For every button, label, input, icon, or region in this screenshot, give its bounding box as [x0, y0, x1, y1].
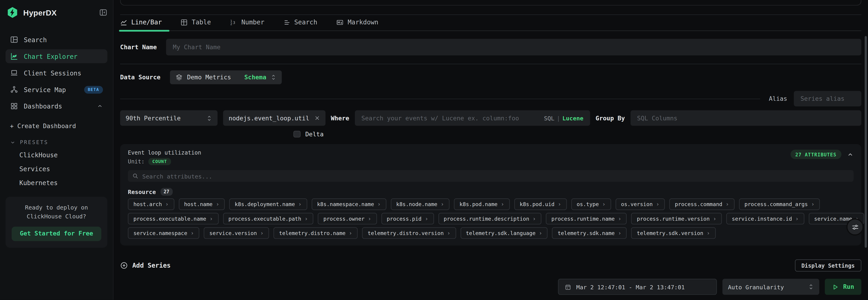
query-language-toggle[interactable]: SQL|Lucene [544, 115, 583, 121]
add-series-label: Add Series [132, 262, 170, 269]
clickhouse-cloud-promo: Ready to deploy on ClickHouse Cloud? Get… [5, 197, 107, 247]
attribute-chip[interactable]: telemetry.sdk.version› [631, 227, 715, 239]
sidebar-item-label: Chart Explorer [24, 52, 78, 60]
chevron-right-icon: › [618, 216, 621, 221]
sidebar-item-label: Service Map [24, 86, 66, 93]
chevron-right-icon: › [304, 216, 308, 221]
markdown-icon [336, 19, 344, 26]
chevron-right-icon: › [726, 201, 729, 207]
collapse-sidebar-icon[interactable] [99, 8, 107, 17]
attribute-chip[interactable]: process.runtime.name› [546, 213, 627, 224]
lucene-option[interactable]: Lucene [562, 115, 583, 121]
tab-line-bar[interactable]: Line/Bar [120, 18, 162, 30]
attribute-chip-label: os.type [577, 201, 599, 207]
attribute-chip[interactable]: os.type› [571, 198, 611, 210]
where-input[interactable] [361, 114, 539, 122]
attribute-chip[interactable]: process.executable.name› [128, 213, 219, 224]
create-dashboard-link[interactable]: + Create Dashboard [5, 122, 107, 130]
chevrons-updown-icon [271, 74, 276, 81]
laptop-icon [10, 69, 18, 77]
unit-label: Unit: [128, 158, 145, 165]
sidebar-item-dashboards[interactable]: Dashboards [5, 99, 107, 113]
attribute-chip[interactable]: process.runtime.version› [631, 213, 722, 224]
chevron-right-icon: › [165, 201, 169, 207]
attribute-chip[interactable]: telemetry.distro.name› [274, 227, 358, 239]
attribute-chip[interactable]: host.arch› [128, 198, 174, 210]
attribute-chip[interactable]: service.instance.id› [726, 213, 804, 224]
chevron-right-icon: › [349, 230, 352, 236]
attribute-chip[interactable]: k8s.node.name› [391, 198, 450, 210]
aggregation-select[interactable]: 90th Percentile [120, 110, 218, 126]
scrollbar-thumb[interactable] [865, 36, 867, 248]
chevron-right-icon: › [558, 201, 561, 207]
calendar-icon [565, 283, 571, 290]
attribute-chip-row: host.arch›host.name›k8s.deployment.name›… [128, 198, 854, 210]
attribute-chip[interactable]: k8s.namespace.name› [311, 198, 386, 210]
chart-type-tabs: Line/Bar Table 123 Number Search [120, 18, 861, 31]
attribute-chip[interactable]: telemetry.sdk.language› [460, 227, 548, 239]
metric-chip[interactable]: nodejs.event_loop.util [223, 110, 326, 126]
attribute-chip-label: process.runtime.description [444, 216, 529, 222]
attribute-chip[interactable]: host.name› [179, 198, 225, 210]
attribute-chip[interactable]: process.command› [669, 198, 734, 210]
add-series-button[interactable]: Add Series [120, 262, 171, 269]
attribute-chip-label: telemetry.distro.name [279, 230, 346, 236]
sidebar: HyperDX Search Chart Explorer [0, 0, 114, 300]
chevron-right-icon: › [210, 216, 213, 221]
preset-kubernetes[interactable]: Kubernetes [5, 179, 107, 187]
run-button[interactable]: Run [825, 279, 861, 295]
display-settings-button[interactable]: Display Settings [795, 260, 861, 272]
attribute-chip[interactable]: telemetry.sdk.name› [552, 227, 627, 239]
presets-header[interactable]: PRESETS [5, 139, 107, 145]
attribute-chip[interactable]: k8s.deployment.name› [229, 198, 307, 210]
granularity-select[interactable]: Auto Granularity [722, 279, 819, 295]
tab-markdown[interactable]: Markdown [336, 18, 378, 30]
chevron-right-icon: › [656, 201, 659, 207]
sidebar-item-search[interactable]: Search [5, 33, 107, 47]
filter-floating-button[interactable] [846, 218, 863, 236]
attribute-chip[interactable]: process.runtime.description› [438, 213, 541, 224]
get-started-button[interactable]: Get Started for Free [11, 226, 101, 241]
attribute-chip[interactable]: k8s.pod.uid› [514, 198, 567, 210]
chevron-right-icon: › [441, 201, 444, 207]
tab-search[interactable]: Search [283, 18, 317, 30]
preset-clickhouse[interactable]: ClickHouse [5, 152, 107, 159]
preset-services[interactable]: Services [5, 165, 107, 173]
sidebar-item-service-map[interactable]: Service Map BETA [5, 83, 107, 97]
alias-row: Alias [120, 91, 861, 106]
attribute-chip[interactable]: k8s.pod.name› [454, 198, 510, 210]
attribute-chip[interactable]: process.owner› [318, 213, 377, 224]
chevron-up-icon[interactable] [847, 151, 854, 158]
close-icon[interactable] [314, 115, 320, 121]
tab-label: Number [241, 18, 265, 26]
attribute-chip[interactable]: service.version› [204, 227, 269, 239]
time-range-value: Mar 2 12:47:01 - Mar 2 13:47:01 [576, 283, 685, 290]
brand-row: HyperDX [5, 7, 107, 18]
toggle-divider: | [554, 115, 562, 121]
chart-name-input[interactable] [173, 44, 855, 51]
attribute-chip[interactable]: service.namespace› [128, 227, 199, 239]
attribute-chip[interactable]: process.pid› [381, 213, 434, 224]
attribute-chip[interactable]: telemetry.distro.version› [362, 227, 456, 239]
attribute-chip-rows: host.arch›host.name›k8s.deployment.name›… [128, 198, 854, 239]
attribute-chip-label: process.command [675, 201, 722, 207]
attribute-chip[interactable]: os.version› [616, 198, 665, 210]
group-by-input[interactable] [637, 114, 855, 122]
chart-name-input-wrap [166, 39, 861, 55]
attribute-chip[interactable]: process.command_args› [739, 198, 820, 210]
data-source-select[interactable]: Demo Metrics Schema [170, 71, 282, 84]
attribute-search-input[interactable] [142, 172, 849, 179]
delta-checkbox[interactable] [293, 131, 300, 137]
chevrons-updown-icon [808, 283, 813, 291]
tab-table[interactable]: Table [181, 18, 211, 30]
attribute-chip-row: process.executable.name›process.executab… [128, 213, 854, 224]
attribute-chip[interactable]: process.executable.path› [223, 213, 314, 224]
chevron-right-icon: › [447, 230, 451, 236]
sidebar-item-chart-explorer[interactable]: Chart Explorer [5, 49, 107, 63]
time-range-picker[interactable]: Mar 2 12:47:01 - Mar 2 13:47:01 [558, 279, 717, 295]
schema-link[interactable]: Schema [244, 74, 267, 81]
sidebar-item-client-sessions[interactable]: Client Sessions [5, 66, 107, 80]
tab-number[interactable]: 123 Number [230, 18, 265, 30]
sql-option[interactable]: SQL [544, 115, 554, 121]
alias-input[interactable] [800, 95, 855, 102]
